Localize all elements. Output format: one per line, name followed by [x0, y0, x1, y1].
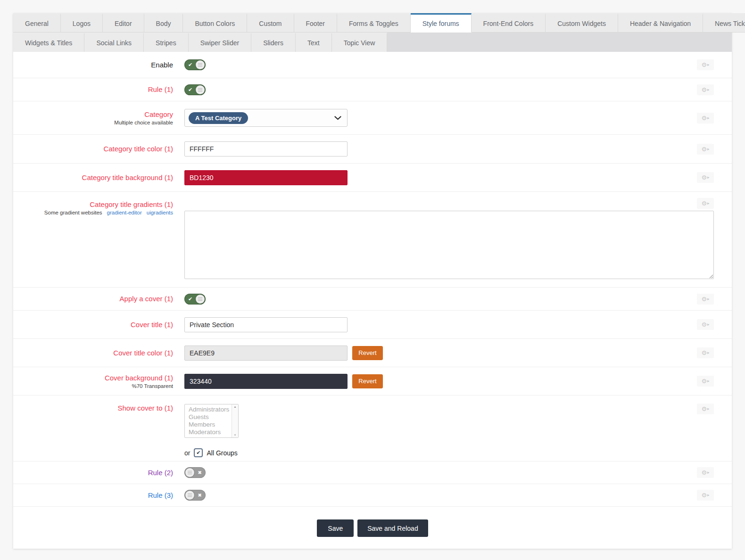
rule-1-toggle[interactable]: ✔	[184, 84, 206, 95]
show-cover-to-listbox[interactable]: Administrators Guests Members Moderators…	[184, 404, 239, 438]
row-rule-3: Rule (3) ✖ ⚙ ▸	[13, 484, 732, 507]
row-rule-2: Rule (2) ✖ ⚙ ▸	[13, 461, 732, 484]
rule-2-label: Rule (2)	[148, 469, 173, 477]
category-title-background-input[interactable]	[184, 170, 348, 185]
tab-social-links[interactable]: Social Links	[84, 33, 144, 52]
tab-style-forums[interactable]: Style forums	[411, 13, 472, 33]
tab-text[interactable]: Text	[296, 33, 332, 52]
row-rule-1: Rule (1) ✔ ⚙ ▸	[13, 78, 732, 101]
cover-title-input[interactable]	[184, 317, 348, 332]
row-settings-button[interactable]: ⚙ ▸	[697, 490, 714, 501]
row-settings-button[interactable]: ⚙ ▸	[697, 198, 714, 209]
listbox-option: Administrators	[189, 406, 231, 413]
tab-front-end-colors[interactable]: Front-End Colors	[472, 13, 546, 33]
row-cover-background: Cover background (1) %70 Transparent Rev…	[13, 367, 732, 395]
rule-3-label: Rule (3)	[148, 491, 173, 499]
category-title-gradients-textarea[interactable]	[184, 211, 714, 279]
cover-title-color-revert-button[interactable]: Revert	[352, 346, 383, 360]
gear-icon: ⚙	[701, 296, 707, 302]
arrow-right-icon: ▸	[707, 116, 710, 120]
tab-general[interactable]: General	[13, 13, 61, 33]
toggle-knob	[185, 468, 194, 477]
tab-editor[interactable]: Editor	[103, 13, 144, 33]
row-cover-title: Cover title (1) ⚙ ▸	[13, 311, 732, 339]
category-title-background-label: Category title background (1)	[82, 173, 173, 181]
tab-footer[interactable]: Footer	[294, 13, 337, 33]
row-settings-button[interactable]: ⚙ ▸	[697, 376, 714, 387]
tab-news-ticker[interactable]: News Ticker	[703, 13, 745, 33]
tab-custom-widgets[interactable]: Custom Widgets	[546, 13, 618, 33]
rule-2-toggle[interactable]: ✖	[184, 467, 206, 478]
row-settings-button[interactable]: ⚙ ▸	[697, 113, 714, 124]
cover-background-input[interactable]	[184, 374, 348, 389]
cover-title-color-input[interactable]	[184, 346, 348, 361]
row-category-title-color: Category title color (1) ⚙ ▸	[13, 135, 732, 164]
scroll-up-icon: ▲	[234, 405, 237, 408]
row-settings-button[interactable]: ⚙ ▸	[697, 319, 714, 330]
row-category-title-gradients: Category title gradients (1) Some gradie…	[13, 192, 732, 288]
row-show-cover-to: Show cover to (1) Administrators Guests …	[13, 395, 732, 461]
arrow-right-icon: ▸	[707, 63, 710, 67]
arrow-right-icon: ▸	[707, 147, 710, 151]
save-button[interactable]: Save	[317, 519, 354, 537]
all-groups-checkbox[interactable]: ✔	[194, 448, 203, 457]
category-select[interactable]: A Test Category	[184, 109, 348, 127]
tab-body[interactable]: Body	[144, 13, 183, 33]
gear-icon: ⚙	[701, 469, 707, 476]
check-icon: ✔	[188, 296, 192, 302]
row-settings-button[interactable]: ⚙ ▸	[697, 144, 714, 155]
listbox-option: Moderators	[189, 428, 231, 436]
tab-widgets-titles[interactable]: Widgets & Titles	[13, 33, 84, 52]
row-settings-button[interactable]: ⚙ ▸	[697, 59, 714, 70]
tab-swiper-slider[interactable]: Swiper Slider	[189, 33, 251, 52]
row-category: Category Multiple choice available A Tes…	[13, 101, 732, 135]
toggle-knob	[185, 491, 194, 500]
listbox-option: Members	[189, 421, 231, 428]
rule-3-toggle[interactable]: ✖	[184, 490, 206, 501]
listbox-option: Guests	[189, 413, 231, 421]
category-title-color-label: Category title color (1)	[103, 145, 173, 153]
arrow-right-icon: ▸	[707, 407, 710, 411]
save-and-reload-button[interactable]: Save and Reload	[357, 519, 428, 537]
arrow-right-icon: ▸	[707, 201, 710, 206]
enable-toggle[interactable]: ✔	[184, 59, 206, 70]
category-sublabel: Multiple choice available	[13, 120, 173, 125]
uigradients-link[interactable]: uigradients	[147, 210, 173, 215]
category-title-gradients-label: Category title gradients (1)	[13, 200, 173, 208]
row-settings-button[interactable]: ⚙ ▸	[697, 467, 714, 478]
gear-icon: ⚙	[701, 378, 707, 384]
arrow-right-icon: ▸	[707, 351, 710, 355]
gear-icon: ⚙	[701, 87, 707, 93]
row-settings-button[interactable]: ⚙ ▸	[697, 347, 714, 358]
tab-sliders[interactable]: Sliders	[251, 33, 296, 52]
cover-title-color-label: Cover title color (1)	[113, 349, 173, 357]
tab-forms-toggles[interactable]: Forms & Toggles	[337, 13, 411, 33]
tab-logos[interactable]: Logos	[61, 13, 103, 33]
tab-custom[interactable]: Custom	[247, 13, 294, 33]
arrow-right-icon: ▸	[707, 297, 710, 301]
enable-label: Enable	[151, 61, 173, 69]
category-title-color-input[interactable]	[184, 141, 348, 156]
row-settings-button[interactable]: ⚙ ▸	[697, 172, 714, 183]
gradient-websites-text: Some gradient websites	[44, 210, 102, 215]
row-settings-button[interactable]: ⚙ ▸	[697, 84, 714, 95]
gear-icon: ⚙	[701, 174, 707, 181]
cover-background-revert-button[interactable]: Revert	[352, 374, 383, 388]
rule-1-label: Rule (1)	[148, 85, 173, 93]
row-settings-button[interactable]: ⚙ ▸	[697, 404, 714, 414]
arrow-right-icon: ▸	[707, 88, 710, 92]
gear-icon: ⚙	[701, 492, 707, 498]
arrow-right-icon: ▸	[707, 322, 710, 327]
or-label: or	[184, 449, 190, 457]
tab-topic-view[interactable]: Topic View	[332, 33, 388, 52]
scroll-down-icon: ▼	[234, 434, 237, 436]
arrow-right-icon: ▸	[707, 379, 710, 383]
listbox-scrollbar[interactable]: ▲ ▼	[232, 404, 238, 437]
cover-title-label: Cover title (1)	[131, 321, 173, 329]
apply-cover-toggle[interactable]: ✔	[184, 294, 206, 305]
gradient-editor-link[interactable]: gradient-editor	[107, 210, 142, 215]
tab-button-colors[interactable]: Button Colors	[183, 13, 247, 33]
tab-stripes[interactable]: Stripes	[144, 33, 189, 52]
tab-header-navigation[interactable]: Header & Navigation	[618, 13, 703, 33]
row-settings-button[interactable]: ⚙ ▸	[697, 294, 714, 305]
